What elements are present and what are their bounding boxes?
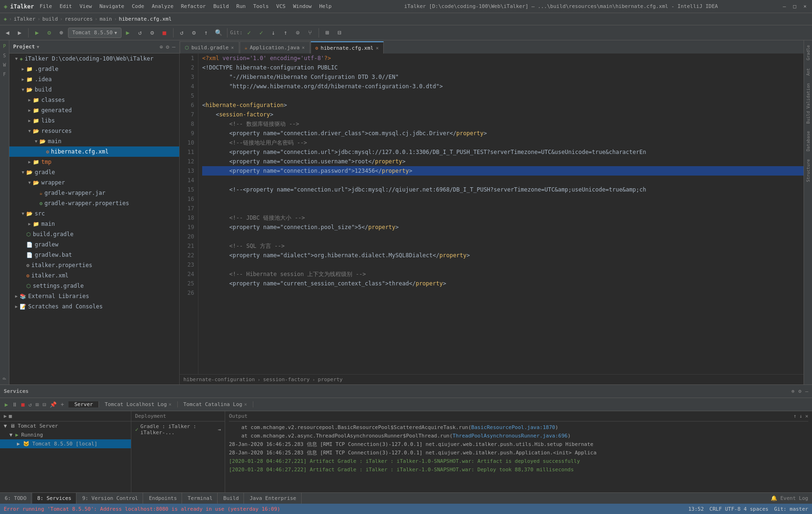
bottom-tool-tab[interactable]: Java Enterprise [245, 493, 301, 504]
back-btn[interactable]: ◀ [2, 27, 13, 38]
group-btn[interactable]: ⊞ [35, 400, 40, 409]
git-update-btn[interactable]: ↓ [268, 27, 279, 38]
stop-btn[interactable]: ■ [159, 27, 170, 38]
tree-item[interactable]: ▶ 📁 .idea [9, 74, 179, 84]
stop-icon[interactable]: ■ [9, 413, 12, 419]
menu-item[interactable]: File [39, 3, 52, 9]
maximize-btn[interactable]: □ [791, 3, 798, 10]
bottom-tool-tab[interactable]: Build [219, 493, 244, 504]
stop-service-btn[interactable]: ■ [20, 400, 25, 409]
tree-item[interactable]: 📄 gradlew.bat [9, 250, 179, 260]
menu-item[interactable]: VCS [276, 3, 286, 9]
window-controls[interactable]: – □ × [781, 3, 808, 10]
menu-item[interactable]: Edit [60, 3, 72, 9]
run-btn[interactable]: ▶ [31, 27, 43, 38]
update-btn[interactable]: ↑ [201, 27, 212, 38]
forward-btn[interactable]: ▶ [14, 27, 25, 38]
tree-item[interactable]: ▶ 📝 Scratches and Consoles [9, 301, 179, 312]
server-running-item[interactable]: ▼ ▶ Running [0, 430, 131, 439]
settings-icon[interactable]: ⚙ [798, 388, 802, 394]
tree-item[interactable]: ▶ 📁 main [9, 219, 179, 229]
bottom-tab-server[interactable]: Server [68, 401, 99, 407]
tree-item[interactable]: ▶ 📁 tmp [9, 157, 179, 167]
bottom-tool-tab[interactable]: 9: Version Control [77, 493, 143, 504]
tree-item[interactable]: ▼ 📂 resources [9, 126, 179, 136]
rerun-btn[interactable]: ↺ [135, 27, 146, 38]
locate-icon[interactable]: ⊕ [159, 44, 163, 50]
right-tab-structure[interactable]: Structure [805, 156, 812, 185]
tab-build-gradle[interactable]: ⬡ build.gradle × [180, 41, 239, 54]
chevron-down-icon[interactable]: ▼ [37, 45, 39, 49]
bottom-tab-catalina[interactable]: Tomcat Catalina Log × [178, 401, 253, 407]
search-btn[interactable]: 🔍 [213, 27, 224, 38]
menu-item[interactable]: Tools [253, 3, 269, 9]
tree-item[interactable]: 📄 gradlew [9, 239, 179, 250]
coverage-btn[interactable]: ⊕ [56, 27, 67, 38]
menu-item[interactable]: View [79, 3, 92, 9]
server-instance-item[interactable]: ▶ 🐱 Tomcat 8.5.50 [local] [0, 439, 131, 448]
tab-hibernate-xml[interactable]: ⚙ hibernate.cfg.xml × [311, 41, 384, 54]
settings-btn[interactable]: ⚙ [189, 27, 200, 38]
menu-item[interactable]: Window [293, 3, 312, 9]
run-icon[interactable]: ▶ [4, 413, 7, 419]
breadcrumb-italker[interactable]: iTalker [14, 16, 35, 22]
breadcrumb-main[interactable]: main [99, 16, 112, 22]
tree-item[interactable]: ⚙ gradle-wrapper.properties [9, 198, 179, 208]
code-editor[interactable]: 1234567891011121314151617181920212223242… [180, 54, 804, 374]
pause-service-btn[interactable]: ⏸ [11, 400, 18, 409]
menu-item[interactable]: Build [213, 3, 229, 9]
menu-item[interactable]: Code [132, 3, 144, 9]
tree-item[interactable]: ⬡ build.gradle [9, 229, 179, 239]
run-config-btn[interactable]: ▶ [122, 27, 134, 38]
tab-close-btn[interactable]: × [244, 402, 247, 407]
git-x-btn[interactable]: ✓ [256, 27, 267, 38]
git-branch-btn[interactable]: ⑂ [304, 27, 316, 38]
deploy-arrow-icon[interactable]: → [218, 427, 221, 433]
debug-btn[interactable]: ⚙ [44, 27, 55, 38]
tree-item[interactable]: ☕ gradle-wrapper.jar [9, 188, 179, 198]
build-btn[interactable]: ⚙ [147, 27, 158, 38]
expand-icon[interactable]: ⊕ [791, 388, 795, 394]
menu-item[interactable]: Help [319, 3, 332, 9]
deployment-item[interactable]: ✓ Gradle : iTalker : iTalker-... → [131, 422, 225, 437]
breadcrumb-item[interactable]: ◈ [4, 16, 7, 22]
tab-close-btn[interactable]: × [376, 46, 379, 51]
right-tab-ant[interactable]: Ant [805, 65, 812, 78]
sync-btn[interactable]: ↺ [176, 27, 188, 38]
clear-icon[interactable]: ✕ [805, 413, 808, 419]
tab-close-btn[interactable]: × [169, 402, 172, 407]
activity-project[interactable]: P [1, 42, 8, 50]
breadcrumb-part3[interactable]: property [318, 376, 343, 383]
tree-item[interactable]: ⬡ settings.gradle [9, 281, 179, 291]
menu-item[interactable]: Refactor [181, 3, 206, 9]
tree-item[interactable]: ⚙ italker.properties [9, 260, 179, 270]
scroll-down-icon[interactable]: ↓ [799, 413, 803, 419]
tree-root[interactable]: ▼ ◈ iTalker D:\code\coding-100\Web\iTalk… [9, 54, 179, 64]
activity-persistence[interactable]: P [1, 375, 8, 383]
layout-btn[interactable]: ⊞ [322, 27, 333, 38]
split-btn[interactable]: ⊟ [334, 27, 345, 38]
restart-service-btn[interactable]: ↺ [27, 400, 32, 409]
tab-close-btn[interactable]: × [302, 45, 305, 50]
git-push-btn[interactable]: ↑ [280, 27, 291, 38]
activity-favorites[interactable]: F [1, 70, 8, 78]
activity-structure[interactable]: S [1, 52, 8, 59]
tree-item[interactable]: ▼ 📂 main [9, 136, 179, 146]
tomcat-selector[interactable]: Tomcat 8.5.50 ▼ [68, 28, 121, 38]
breadcrumb-build[interactable]: build [42, 16, 58, 22]
bottom-tool-tab[interactable]: Terminal [183, 493, 218, 504]
menu-item[interactable]: Navigate [99, 3, 124, 9]
tree-item[interactable]: ▶ 📚 External Libraries [9, 291, 179, 301]
event-log-btn[interactable]: 🔔 Event Log [767, 495, 812, 501]
tree-item[interactable]: ▶ 📁 .gradle [9, 64, 179, 74]
breadcrumb-part2[interactable]: session-factory [263, 376, 310, 383]
add-btn[interactable]: + [60, 400, 65, 409]
tree-item[interactable]: ▶ 📁 classes [9, 95, 179, 105]
settings-icon[interactable]: ⚙ [166, 44, 169, 50]
tab-close-btn[interactable]: × [231, 45, 234, 50]
tree-item-selected[interactable]: ⚙ hibernate.cfg.xml [9, 146, 179, 157]
menu-item[interactable]: Run [236, 3, 246, 9]
right-tab-database[interactable]: Database [805, 128, 812, 154]
close-btn[interactable]: × [802, 3, 808, 10]
minimize-btn[interactable]: – [781, 3, 788, 10]
